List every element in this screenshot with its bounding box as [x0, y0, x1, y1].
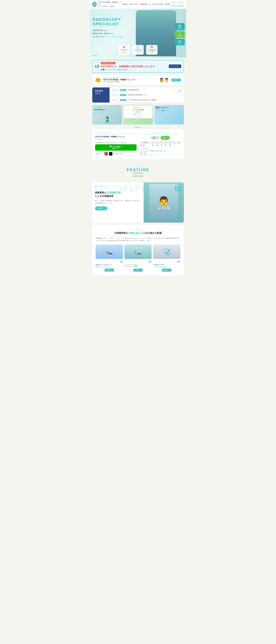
- announcement-title: 2021年8月より、 診療時間が 完全予約制 になります: [101, 65, 167, 68]
- clinic-postcode: 〒272-0033: [95, 138, 137, 140]
- news-list: 2024.08.13 お知らせ 9月内視鏡担当医 2024.07.13 お知らせ…: [110, 88, 176, 102]
- follow-us: Follow Us ⓘ 📷 𝕏 OFFICIAL TikTok: [95, 152, 137, 156]
- point-num-3: 04: [153, 260, 180, 263]
- gastro-illustration: 🫃: [92, 115, 122, 124]
- news-item-3[interactable]: 2024.07.13 お知らせ 7月 鈴木院長不在日のお知らせ（7/16更新）: [110, 98, 176, 102]
- point-more-1[interactable]: MORE →: [104, 268, 114, 272]
- hero-badges: 📅 24時間WEB予約 🔬 内視鏡検査WEB予約 📅 土曜の診察や検査に対応: [175, 23, 185, 45]
- nav-item-3[interactable]: 内視鏡検査: [140, 3, 147, 5]
- month-nav: 8月 → 9月 →: [139, 136, 181, 140]
- tel-number[interactable]: TEL.047-326-0033: [171, 5, 184, 7]
- news-item-1[interactable]: 2024.08.13 お知らせ 9月内視鏡担当医: [110, 88, 176, 92]
- specialty-label: SPECIALTY: [95, 185, 104, 186]
- banner-gastro[interactable]: もしっこい便秘に 消化器専門外来 詳細サイトはこちら › 🫃: [92, 105, 122, 124]
- point-more-2[interactable]: MORE →: [133, 268, 143, 272]
- specialty-section: SPECIALTY SPECIALTY FEATURE 01 経験豊富な 内視鏡…: [92, 182, 184, 222]
- date-badge: 当日予約もできます！: [101, 62, 115, 64]
- specialty-number: FEATURE 01: [174, 184, 182, 192]
- hero-section: scroll ENDOSCOPY SPECIALIST 内視鏡専門医による 鎮静…: [90, 9, 186, 58]
- instagram-icon[interactable]: 📷: [104, 152, 108, 156]
- tel-label: お電話でのご予約はこちら: [171, 2, 184, 5]
- announcement-sub: 💻📱 インターネットから24h予約が可能です: [101, 69, 167, 71]
- feature-script: 12points: [92, 171, 184, 174]
- schedule-row-1: 9:00-18:00 ▲ ✕: [139, 144, 181, 147]
- points-cards: 🛌 02 鎮静剤を用いて楽に受けられる 無痛胃カメラ・大腸カメラ MORE → …: [96, 244, 180, 272]
- main-nav: 診療案内 症状から探す 内視鏡検査 胃・大腸・肛門の病気 患者案内: [122, 3, 171, 5]
- badge-saturday: 📅 土曜の診察や検査に対応: [175, 39, 185, 45]
- nav-item-1[interactable]: 診療案内: [122, 3, 128, 5]
- nav-item-2[interactable]: 症状から探す: [130, 3, 138, 5]
- dot-3[interactable]: [97, 55, 98, 56]
- schedule-title: ・ 内視鏡担当表 SCHEDULE ・: [139, 132, 181, 134]
- nav-item-5[interactable]: 患者案内: [165, 3, 171, 5]
- point-card-2: 🛏️ 03 ストレッチャーで 回復まで リカバリールームへ移動 MORE →: [124, 244, 152, 272]
- col-mon: 月: [151, 141, 155, 144]
- col-wed: 水: [159, 141, 164, 144]
- banner-dot-2[interactable]: [137, 127, 139, 128]
- doctor-image: 👨‍⚕️: [149, 184, 178, 221]
- announcement-btn[interactable]: 詳しくはこちら: [169, 64, 181, 68]
- clinic-banner-icon: 😊: [95, 77, 101, 83]
- announcement-icon: 📢: [95, 64, 99, 68]
- point-more-3[interactable]: MORE →: [162, 268, 172, 272]
- banner-dot-1[interactable]: [135, 127, 137, 128]
- badge-endoscopy: 🔬 内視鏡検査WEB予約: [175, 31, 185, 38]
- point-card-3: 🩺 04 二酸化炭素ガス送気で おなかの張りを抑えた検査 MORE →: [153, 244, 180, 272]
- point-desc-1: 鎮静剤を用いて楽に受けられる 無痛胃カメラ・大腸カメラ: [96, 264, 123, 267]
- point-num-2: 03: [124, 260, 152, 263]
- dot-1[interactable]: [93, 55, 94, 56]
- twitter-icon[interactable]: 𝕏: [109, 152, 112, 156]
- hero-feature-2: 🚶 市川駅から徒歩1分: [132, 45, 144, 55]
- specialty-link[interactable]: 内視鏡専門医: [107, 192, 121, 194]
- logo: 🏥 市川すずき消化器・内視鏡クリニック 内科・内視鏡内科・胃腸内科: [92, 1, 122, 8]
- clinic-people-icon: 👩‍⚕️👨‍⚕️: [159, 78, 169, 82]
- feature-label: FEATURE: [92, 166, 184, 167]
- clinic-dept: 内科・内視鏡内科・胃腸内科: [98, 6, 122, 8]
- line-button[interactable]: 💬 友だち募集中！ 登録はこちら: [95, 144, 137, 151]
- banner-merb[interactable]: 当院の問診システム メルブWEB問診 WEB問診 取材をうけました！ 詳しくはこ…: [123, 105, 153, 124]
- month-prev[interactable]: 8月 →: [150, 136, 160, 140]
- banners-row: もしっこい便秘に 消化器専門外来 詳細サイトはこちら › 🫃 当院の問診システム…: [92, 105, 184, 124]
- point-desc-2: ストレッチャーで 回復まで リカバリールームへ移動: [124, 264, 152, 267]
- news-more[interactable]: + MORE: [176, 88, 184, 102]
- points-header: Points CONSIDER 内視鏡検査の 苦痛を抑える ための細かな配慮: [96, 228, 180, 235]
- col-sat: 土: [172, 141, 176, 144]
- points-consider: CONSIDER: [96, 230, 180, 231]
- month-current[interactable]: 9月 →: [161, 136, 170, 140]
- hero-feature-1: 📅 完全予約制での診療 24時間WEB予約: [118, 45, 130, 55]
- point-img-3: 🩺: [153, 244, 180, 259]
- logo-icon: 🏥: [92, 2, 97, 7]
- clinic-address: 千葉県市川市市川1丁目5-25 グロリアコート市川 1階: [95, 142, 137, 144]
- col-thu: 木: [164, 141, 168, 144]
- banner-dot-3[interactable]: [139, 127, 141, 128]
- clinic-site-banner: 😊 Ichikowasuzuki Gastroenterology endosc…: [92, 75, 184, 85]
- announcement-text: 当日予約もできます！ 2021年8月より、 診療時間が 完全予約制 になります …: [101, 62, 167, 71]
- news-sub: 新着情報: [95, 92, 107, 94]
- hero-content: ENDOSCOPY SPECIALIST 内視鏡専門医による 鎮静剤を使用し苦痛…: [93, 17, 123, 38]
- nav-item-4[interactable]: 胃・大腸・肛門の病気: [149, 3, 163, 5]
- point-img-1: 🛌: [96, 244, 123, 259]
- clinic-info-name: 市川すずき消化器・内視鏡クリニック: [95, 136, 137, 138]
- news-item-2[interactable]: 2024.07.13 お知らせ 8月以降の外来担当医について: [110, 92, 176, 98]
- specialty-text-title: 経験豊富な 内視鏡専門医 による内視鏡検査: [95, 191, 141, 198]
- point-num-1: 02: [96, 260, 123, 263]
- clinic-name: 市川すずき消化器・内視鏡クリニック: [98, 1, 122, 6]
- hero-dots: [93, 55, 98, 56]
- dot-2[interactable]: [95, 55, 96, 56]
- banner-covid-text: 新型コロナウ… ワクチン接種につ… 詳細はこちら ›: [154, 105, 184, 116]
- announcement-banner: 📢 当日予約もできます！ 2021年8月より、 診療時間が 完全予約制 になりま…: [92, 60, 184, 73]
- clinic-info-label: CLINIC INFORMATION: [95, 132, 137, 134]
- schedule-section: ・ 内視鏡担当表 SCHEDULE ・ 8月 → 9月 → 診療時間 月 火: [139, 132, 181, 156]
- hero-feature-3: 📅 土曜の診察や検査に対応: [146, 45, 158, 55]
- banner-covid[interactable]: 新型コロナウ… ワクチン接種につ… 詳細はこちら ›: [154, 105, 184, 124]
- point-desc-3: 二酸化炭素ガス送気で おなかの張りを抑えた検査: [153, 264, 180, 267]
- specialty-more-btn[interactable]: MORE →: [95, 206, 107, 210]
- col-tue: 火: [155, 141, 159, 144]
- col-fri: 金: [168, 141, 172, 144]
- info-grid: CLINIC INFORMATION 市川すずき消化器・内視鏡クリニック 〒27…: [95, 132, 181, 156]
- badge-24h: 📅 24時間WEB予約: [175, 23, 185, 30]
- merb-banner: 当院の問診システム メルブWEB問診 WEB問診 取材をうけました！ 詳しくはこ…: [123, 105, 153, 119]
- clinic-site-link[interactable]: 記録サイト: [171, 78, 181, 82]
- hero-description: 内視鏡専門医による 鎮静剤を使用し苦痛を抑えて 楽に受けられる 胃カメラ・大腸カ…: [93, 29, 123, 38]
- more-icon[interactable]: +: [178, 89, 181, 91]
